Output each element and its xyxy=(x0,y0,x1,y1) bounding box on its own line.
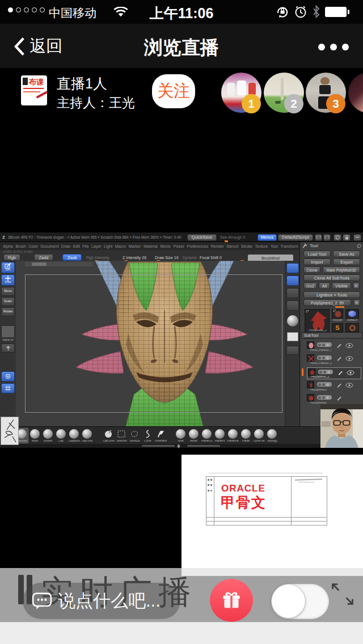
clone-button[interactable]: Clone xyxy=(303,266,320,273)
eye-icon[interactable] xyxy=(345,356,353,361)
minimize-button[interactable] xyxy=(353,234,361,241)
pen-icon[interactable] xyxy=(336,342,342,348)
brush-item[interactable] xyxy=(267,429,277,439)
pen-icon[interactable] xyxy=(336,382,342,388)
eye-icon[interactable] xyxy=(347,370,354,375)
side-tool-button[interactable] xyxy=(286,300,299,311)
menu-item[interactable]: Movie xyxy=(160,244,171,248)
scroll-down-icon[interactable] xyxy=(177,446,180,448)
import-button[interactable]: Import xyxy=(303,259,331,265)
material-preview[interactable] xyxy=(287,315,298,327)
gift-button[interactable] xyxy=(210,579,253,622)
side-tool-button[interactable] xyxy=(286,288,299,298)
eye-icon[interactable] xyxy=(345,383,353,388)
zadd-mode-button[interactable]: Zadd xyxy=(34,254,53,261)
menu-item[interactable]: Preferences xyxy=(187,244,209,248)
goz-visible-button[interactable]: Visible xyxy=(332,282,351,289)
brush-item[interactable] xyxy=(176,429,185,439)
stroke-item[interactable] xyxy=(143,429,153,439)
stroke-item[interactable] xyxy=(117,429,126,439)
draw-tool-button[interactable]: Draw xyxy=(1,274,15,286)
subtool-header[interactable]: SubTool xyxy=(301,332,362,338)
load-tool-button[interactable]: Load Tool xyxy=(303,251,331,257)
menu-item[interactable]: Layer xyxy=(91,244,102,248)
titlebar-mini-button[interactable] xyxy=(315,234,322,241)
alpha-swatch[interactable] xyxy=(1,325,15,338)
menu-item[interactable]: Transform xyxy=(280,244,298,248)
chat-input[interactable]: 说点什么吧... xyxy=(23,583,180,619)
goz-all-button[interactable]: All xyxy=(319,282,330,289)
toggle-switch[interactable] xyxy=(271,584,329,619)
pen-icon[interactable] xyxy=(337,370,343,375)
subtool-row[interactable]: PM3D_Plane3D_7 xyxy=(307,341,361,353)
default-zscript-button[interactable]: DefaultZScript xyxy=(278,234,313,241)
viewer-avatar[interactable] xyxy=(348,73,363,113)
expand-icon[interactable] xyxy=(329,581,356,608)
stroke-type-button[interactable] xyxy=(1,344,15,353)
menu-item[interactable]: Picker xyxy=(174,244,184,248)
dynamic-toggle[interactable]: Dynamic xyxy=(183,256,197,260)
lock-icon[interactable] xyxy=(343,234,351,241)
toggle-knob[interactable] xyxy=(272,584,305,618)
brush-item[interactable] xyxy=(228,429,238,439)
menu-item[interactable]: Macro xyxy=(115,244,126,248)
menu-item[interactable]: Texture xyxy=(255,244,268,248)
stroke-item[interactable] xyxy=(156,429,166,439)
subtool-row[interactable]: PM3D_Plane3D_2 xyxy=(307,354,361,366)
tool-thumbnail[interactable]: 27 xyxy=(332,309,343,319)
side-tool-button[interactable] xyxy=(286,263,299,273)
dragondr-thumbnail[interactable] xyxy=(345,323,359,332)
menu-item[interactable]: Tool xyxy=(271,244,278,248)
brush-item[interactable] xyxy=(69,429,79,439)
simpledr-thumbnail[interactable]: S xyxy=(332,323,343,332)
brush-item[interactable] xyxy=(215,429,225,439)
export-button[interactable]: Export xyxy=(333,259,360,265)
rotate-tool-button[interactable]: Rotate xyxy=(1,307,15,316)
titlebar-mini-button[interactable] xyxy=(323,234,331,241)
webcam-overlay[interactable] xyxy=(320,404,363,448)
goz-button[interactable]: GoZ xyxy=(303,282,317,289)
menu-item[interactable]: Brush xyxy=(15,244,26,248)
rgb-mode-button[interactable]: Rgb xyxy=(3,254,20,261)
menu-item[interactable]: Document xyxy=(40,244,58,248)
menu-item[interactable]: Edit xyxy=(73,244,80,248)
menu-item[interactable]: File xyxy=(82,244,88,248)
scale-tool-button[interactable]: Scale xyxy=(1,297,15,306)
clone-all-subtools-button[interactable]: Clone All SubTools xyxy=(303,274,360,281)
menus-toggle[interactable]: Menus xyxy=(258,234,277,241)
brush-item[interactable] xyxy=(56,429,66,439)
side-tool-button[interactable] xyxy=(286,276,299,286)
subtool-row[interactable]: PolySphere23 xyxy=(307,381,361,393)
menu-item[interactable]: Marker xyxy=(129,244,141,248)
pen-icon[interactable] xyxy=(336,355,342,361)
more-options-button[interactable] xyxy=(313,44,349,50)
host-avatar[interactable]: 布课 xyxy=(21,75,47,105)
menu-item[interactable]: Material xyxy=(143,244,158,248)
pen-icon[interactable] xyxy=(336,395,342,401)
see-through-slider[interactable]: See-through 0 xyxy=(220,235,255,239)
move-tool-button[interactable]: Move xyxy=(1,287,15,296)
menu-item[interactable]: Color xyxy=(28,244,38,248)
brush-item[interactable] xyxy=(30,429,40,439)
draw-size-slider[interactable]: Draw Size 19 xyxy=(155,256,179,260)
strip-scrollbar[interactable] xyxy=(0,444,363,448)
rgb-intensity-slider[interactable]: Rgb Intensity xyxy=(86,256,109,260)
cycle-ui-icon[interactable] xyxy=(334,234,341,241)
brush-item[interactable] xyxy=(189,429,199,439)
alpha-off-thumbnail[interactable] xyxy=(345,309,359,319)
lightbox-tools-button[interactable]: Lightbox » Tools xyxy=(303,291,360,298)
make-polymesh-button[interactable]: Make PolyMesh3D xyxy=(323,266,360,273)
menu-item[interactable]: Render xyxy=(211,244,224,248)
menu-item[interactable]: Draw xyxy=(61,244,70,248)
menu-item[interactable]: Stencil xyxy=(226,244,238,248)
tool-panel-header[interactable]: Tool xyxy=(302,243,361,248)
follow-button[interactable]: 关注 xyxy=(152,74,195,108)
menu-item[interactable]: Stroke xyxy=(241,244,252,248)
focal-shift-slider[interactable]: Focal Shift 0 xyxy=(200,256,222,260)
brush-item[interactable] xyxy=(82,429,92,439)
subtool-row-selected[interactable]: PolySphere1_2 xyxy=(307,367,361,379)
r-button[interactable]: R xyxy=(353,299,360,306)
active-tool-button[interactable]: PolySphere1_2. 59 xyxy=(303,299,351,306)
menu-item[interactable]: Alpha xyxy=(3,244,13,248)
quick-grid-button[interactable] xyxy=(1,383,15,393)
